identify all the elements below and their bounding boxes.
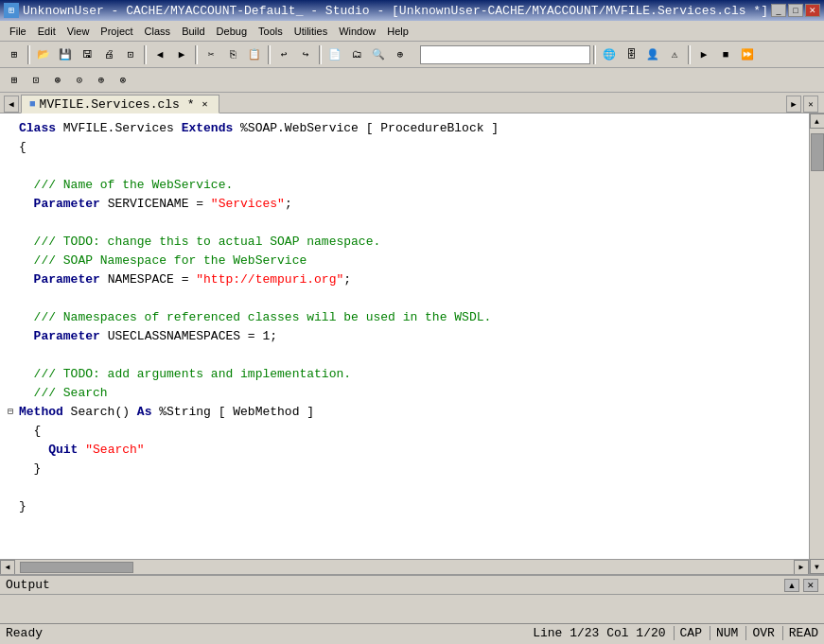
toolbar-save2-icon[interactable]: 🖫 (77, 44, 97, 65)
toolbar2-btn2[interactable]: ⊡ (26, 70, 46, 91)
code-line-8: /// SOAP Namespace for the WebService (8, 252, 801, 270)
tab-mvfile-services[interactable]: ■ MVFILE.Services.cls * ✕ (21, 95, 219, 113)
scroll-h-thumb[interactable] (20, 562, 133, 573)
tab-nav-right[interactable]: ▶ (786, 96, 801, 113)
status-read: READ (782, 626, 818, 640)
toolbar-copy-icon[interactable]: ⎘ (222, 44, 243, 65)
menu-window[interactable]: Window (333, 24, 381, 39)
title-bar-buttons[interactable]: _ □ ✕ (771, 4, 820, 17)
scroll-down-arrow[interactable]: ▼ (810, 559, 825, 574)
toolbar-debug-icon[interactable]: ⏩ (737, 44, 758, 65)
tab-label: MVFILE.Services.cls * (40, 97, 195, 112)
output-panel: Output ▲ ✕ (0, 574, 824, 623)
code-line-1: Class MVFILE.Services Extends %SOAP.WebS… (8, 119, 801, 138)
code-line-18: Quit "Search" (8, 441, 801, 460)
menu-file[interactable]: File (4, 24, 32, 39)
toolbar-play-icon[interactable]: ▶ (693, 44, 714, 65)
tab-icon: ■ (29, 98, 36, 110)
code-line-3 (8, 157, 801, 176)
scroll-v-thumb[interactable] (811, 133, 824, 171)
code-line-15: /// Search (8, 384, 801, 403)
toolbar-undo-icon[interactable]: ↩ (273, 44, 294, 65)
toolbar-person-icon[interactable]: 👤 (642, 44, 663, 65)
title-bar-left: ⊞ UnknownUser - CACHE/MYACCOUNT-Default_… (4, 3, 768, 18)
editor-body: Class MVFILE.Services Extends %SOAP.WebS… (0, 113, 809, 574)
code-line-6 (8, 214, 801, 233)
menu-debug[interactable]: Debug (211, 24, 253, 39)
toolbar-docview-icon[interactable]: 📄 (324, 44, 345, 65)
collapse-1 (8, 119, 19, 138)
menu-help[interactable]: Help (381, 24, 414, 39)
code-line-17: { (8, 422, 801, 441)
collapse-2 (8, 138, 19, 157)
toolbar-db-icon[interactable]: 🗄 (621, 44, 641, 65)
maximize-button[interactable]: □ (788, 4, 803, 17)
menu-build[interactable]: Build (176, 24, 210, 39)
main-area: Class MVFILE.Services Extends %SOAP.WebS… (0, 113, 824, 642)
toolbar-back-icon[interactable]: ◀ (149, 44, 170, 65)
code-line-21: } (8, 497, 801, 516)
menu-class[interactable]: Class (139, 24, 177, 39)
scroll-v-track[interactable] (811, 129, 824, 559)
collapse-method[interactable]: ⊟ (8, 403, 19, 422)
output-header: Output ▲ ✕ (0, 576, 824, 595)
code-line-11: /// Namespaces of referenced classes wil… (8, 308, 801, 327)
menu-bar: File Edit View Project Class Build Debug… (0, 21, 824, 42)
tab-nav-left[interactable]: ◀ (4, 96, 19, 113)
toolbar-btn6[interactable]: ⊕ (390, 44, 411, 65)
toolbar-globe-icon[interactable]: 🌐 (599, 44, 620, 65)
scroll-up-arrow[interactable]: ▲ (810, 113, 825, 129)
app-icon: ⊞ (4, 3, 19, 18)
code-line-13 (8, 346, 801, 365)
toolbar-grid-icon[interactable]: ⊞ (4, 44, 25, 65)
toolbar-print-icon[interactable]: 🖨 (98, 44, 119, 65)
toolbar-redo-icon[interactable]: ↪ (295, 44, 316, 65)
menu-view[interactable]: View (61, 24, 96, 39)
toolbar2-btn6[interactable]: ⊗ (113, 70, 133, 91)
toolbar-stop-icon[interactable]: ■ (715, 44, 736, 65)
toolbar-save-icon[interactable]: 💾 (55, 44, 76, 65)
vertical-scrollbar[interactable]: ▲ ▼ (809, 113, 824, 574)
toolbar-cut-icon[interactable]: ✂ (201, 44, 221, 65)
menu-tools[interactable]: Tools (253, 24, 289, 39)
toolbar-sep-2 (144, 45, 147, 64)
menu-project[interactable]: Project (95, 24, 138, 39)
toolbar-open-icon[interactable]: 📂 (33, 44, 54, 65)
title-bar: ⊞ UnknownUser - CACHE/MYACCOUNT-Default_… (0, 0, 824, 21)
minimize-button[interactable]: _ (771, 4, 786, 17)
toolbar-sep-7 (688, 45, 691, 64)
code-line-12: Parameter USECLASSNAMESPACES = 1; (8, 327, 801, 346)
toolbar-namespace-input[interactable] (420, 45, 590, 64)
close-button[interactable]: ✕ (805, 4, 820, 17)
scroll-h-track[interactable] (15, 561, 794, 574)
code-line-20 (8, 479, 801, 497)
toolbar-class-icon[interactable]: 🗂 (346, 44, 367, 65)
toolbar-fwd-icon[interactable]: ▶ (171, 44, 192, 65)
toolbar-paste-icon[interactable]: 📋 (244, 44, 265, 65)
tab-close-button[interactable]: ✕ (198, 97, 211, 111)
output-label: Output (6, 578, 50, 592)
code-line-10 (8, 289, 801, 308)
menu-utilities[interactable]: Utilities (289, 24, 333, 39)
code-scroll-area[interactable]: Class MVFILE.Services Extends %SOAP.WebS… (0, 113, 809, 559)
output-expand-button[interactable]: ▲ (784, 579, 799, 592)
toolbar-sep-3 (195, 45, 198, 64)
code-line-5: Parameter SERVICENAME = "Services"; (8, 195, 801, 214)
tab-close-all[interactable]: ✕ (803, 96, 818, 113)
toolbar-sep-6 (593, 45, 596, 64)
toolbar-sep-5 (319, 45, 322, 64)
menu-edit[interactable]: Edit (32, 24, 61, 39)
toolbar2-btn4[interactable]: ⊙ (69, 70, 90, 91)
toolbar2-btn1[interactable]: ⊞ (4, 70, 25, 91)
toolbar-warn-icon[interactable]: ⚠ (664, 44, 685, 65)
horizontal-scrollbar[interactable]: ◀ ▶ (0, 559, 809, 574)
scroll-right-arrow[interactable]: ▶ (794, 560, 809, 575)
toolbar-2: ⊞ ⊡ ⊛ ⊙ ⊕ ⊗ (0, 68, 824, 93)
code-line-7: /// TODO: change this to actual SOAP nam… (8, 233, 801, 252)
scroll-left-arrow[interactable]: ◀ (0, 560, 15, 575)
toolbar2-btn5[interactable]: ⊕ (91, 70, 112, 91)
toolbar-search-icon[interactable]: 🔍 (368, 44, 389, 65)
toolbar2-btn3[interactable]: ⊛ (47, 70, 68, 91)
toolbar-btn5[interactable]: ⊡ (120, 44, 141, 65)
output-close-button[interactable]: ✕ (803, 579, 818, 592)
